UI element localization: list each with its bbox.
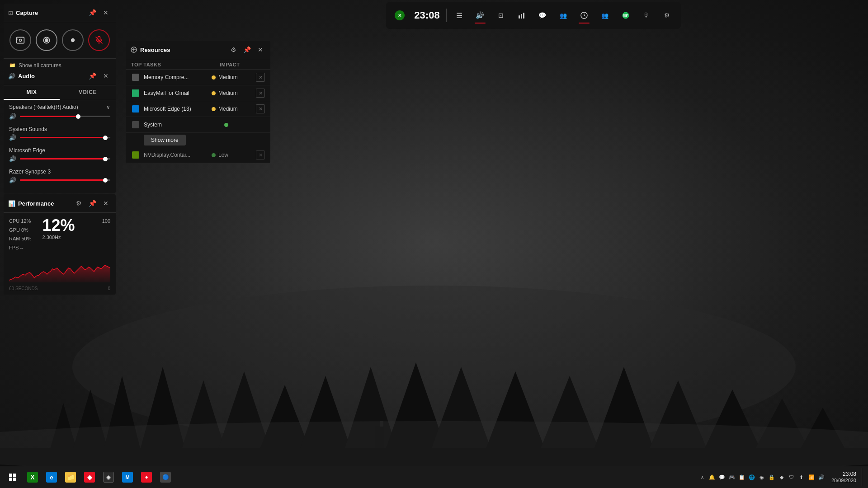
system-sounds-vol-icon: 🔊 (9, 134, 16, 141)
gamebar-social-btn[interactable]: 👥 (553, 5, 573, 25)
audio-tab-voice[interactable]: VOICE (60, 85, 116, 100)
taskbar-xbox-app[interactable]: X (24, 468, 42, 486)
tray-icon-volume[interactable]: 🔊 (817, 473, 826, 482)
perf-panel-header: 📊 Performance ⚙ 📌 ✕ (4, 194, 116, 213)
gamebar-audio-btn[interactable]: 🔊 (470, 5, 490, 25)
show-desktop-btn[interactable] (862, 468, 864, 486)
gamebar-performance-btn[interactable] (512, 5, 532, 25)
gamebar-panel: ✕ 23:08 ☰ 🔊 ⊡ 💬 (386, 2, 680, 29)
easymail-task-name: EasyMail for Gmail (144, 90, 208, 96)
svg-rect-32 (17, 37, 24, 43)
svg-rect-22 (380, 421, 383, 427)
audio-device-chevron[interactable]: ∨ (106, 104, 110, 110)
svg-rect-47 (9, 478, 12, 481)
audio-device-name: Speakers (Realtek(R) Audio) (9, 104, 78, 110)
edge-volume-row: 🔊 (9, 155, 110, 162)
nvdisplay-close-btn[interactable]: ✕ (256, 150, 265, 160)
perf-chart-footer: 60 SECONDS 0 (4, 286, 116, 295)
taskbar-app8[interactable]: 🔵 (156, 468, 175, 486)
tray-icon-discord[interactable]: 🎮 (727, 473, 736, 482)
svg-rect-27 (523, 13, 524, 19)
capture-pin-btn[interactable]: 📌 (87, 7, 98, 18)
tray-icon-5[interactable]: ◉ (757, 473, 766, 482)
system-vol-slider[interactable] (20, 116, 110, 117)
taskbar-app7[interactable]: ● (137, 468, 156, 486)
taskbar-app6[interactable]: M (118, 468, 137, 486)
gamebar-friends-btn[interactable]: 👥 (595, 5, 615, 25)
system-sounds-label: System Sounds (9, 126, 110, 132)
tray-icon-3[interactable]: 📋 (737, 473, 746, 482)
edge-close-btn[interactable]: ✕ (256, 104, 265, 113)
gamebar-capture-btn[interactable]: ⊡ (491, 5, 511, 25)
taskbar-app4[interactable]: ◆ (80, 468, 99, 486)
tray-icon-2[interactable]: 💬 (717, 473, 726, 482)
taskbar-app5[interactable]: ◉ (99, 468, 118, 486)
tray-icon-wifi[interactable]: 📶 (807, 473, 816, 482)
tray-show-hidden-btn[interactable]: ∧ (699, 473, 706, 482)
gamebar-chat-btn[interactable]: 💬 (533, 5, 552, 25)
taskbar-explorer-app[interactable]: 📁 (61, 468, 80, 486)
gamebar-spotify-btn[interactable] (616, 5, 636, 25)
audio-pin-btn[interactable]: 📌 (87, 70, 98, 81)
tray-icon-7[interactable]: ◆ (777, 473, 786, 482)
audio-panel-header: 🔊 Audio 📌 ✕ (4, 67, 116, 85)
svg-rect-48 (13, 478, 16, 481)
perf-pin-btn[interactable]: 📌 (87, 198, 98, 209)
nvdisplay-impact-label: Low (218, 152, 228, 158)
system-sounds-vol-fill (20, 137, 106, 138)
capture-panel: ⊡ Capture 📌 ✕ (4, 4, 116, 74)
razer-vol-icon: 🔊 (9, 177, 16, 183)
system-sounds-volume-row: 🔊 (9, 134, 110, 141)
memory-close-btn[interactable]: ✕ (256, 73, 265, 82)
start-button[interactable] (4, 468, 22, 486)
edge-vol-slider[interactable] (20, 158, 110, 160)
record-btn[interactable] (36, 29, 57, 51)
capture-close-btn[interactable]: ✕ (100, 7, 111, 18)
resources-icon (130, 46, 137, 53)
perf-ram-label: RAM 50% (9, 235, 32, 243)
memory-app-icon (131, 73, 140, 82)
perf-close-btn[interactable]: ✕ (100, 198, 111, 209)
razer-vol-slider[interactable] (20, 179, 110, 181)
performance-panel: 📊 Performance ⚙ 📌 ✕ CPU 12% GPU 0% RAM 5… (4, 194, 116, 295)
gamebar-menu-btn[interactable]: ☰ (449, 5, 469, 25)
perf-frequency: 2.300Hz (42, 235, 97, 240)
gamebar-settings-btn[interactable]: ⚙ (657, 5, 677, 25)
tray-icon-6[interactable]: 🔒 (767, 473, 776, 482)
show-more-container: Show more (126, 133, 270, 147)
system-vol-icon: 🔊 (9, 113, 16, 120)
edge-vol-icon: 🔊 (9, 155, 16, 162)
nvdisplay-impact-dot (212, 153, 216, 157)
audio-tab-mix[interactable]: MIX (4, 85, 60, 100)
audio-close-btn[interactable]: ✕ (100, 70, 111, 81)
resource-row-memory: Memory Compre... Medium ✕ (126, 70, 270, 85)
taskbar-edge-app[interactable]: e (42, 468, 61, 486)
show-more-button[interactable]: Show more (144, 135, 186, 145)
easymail-close-btn[interactable]: ✕ (256, 89, 265, 98)
resources-pin-btn[interactable]: 📌 (241, 44, 252, 55)
tray-icon-1[interactable]: 🔔 (708, 473, 717, 482)
perf-settings-btn[interactable]: ⚙ (73, 198, 84, 209)
tray-icon-9[interactable]: ⬆ (797, 473, 806, 482)
edge-impact-label: Medium (218, 106, 238, 112)
resources-close-btn[interactable]: ✕ (255, 44, 266, 55)
audio-panel-icon: 🔊 (8, 73, 15, 80)
resource-row-system: System (126, 117, 270, 133)
tray-clock[interactable]: 23:08 28/09/2020 (828, 471, 860, 483)
system-app-icon (131, 120, 140, 129)
system-sounds-vol-slider[interactable] (20, 137, 110, 138)
gamebar-top: ✕ 23:08 ☰ 🔊 ⊡ 💬 (199, 0, 868, 31)
mic-mute-btn[interactable] (88, 29, 110, 51)
tray-icon-8[interactable]: 🛡 (787, 473, 796, 482)
tray-icon-4[interactable]: 🌐 (747, 473, 756, 482)
gamebar-activity-btn[interactable] (574, 5, 594, 25)
gamebar-mute-btn[interactable]: 🎙 (637, 5, 656, 25)
resources-settings-btn[interactable]: ⚙ (228, 44, 239, 55)
svg-rect-45 (9, 474, 12, 477)
screenshot-btn[interactable] (9, 29, 31, 51)
resource-row-edge: Microsoft Edge (13) Medium ✕ (126, 101, 270, 117)
xbox-button[interactable]: ✕ (390, 5, 410, 25)
perf-stats: CPU 12% GPU 0% RAM 50% FPS -- 12% 2.300H… (4, 213, 116, 252)
perf-chart-seconds-label: 60 SECONDS (9, 286, 38, 291)
clip-btn[interactable] (62, 29, 84, 51)
